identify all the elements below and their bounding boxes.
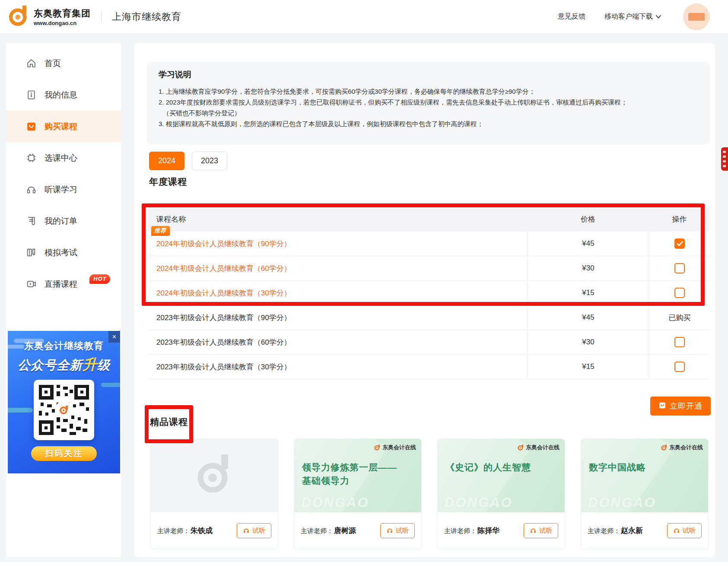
teacher-name: 朱铁成: [191, 527, 213, 535]
sidebar-item-my-orders[interactable]: 我的订单: [6, 205, 121, 237]
qr-code: [34, 380, 94, 440]
course-center-icon: [25, 152, 37, 164]
brand-logo[interactable]: 东奥教育集团 www.dongao.cn: [7, 4, 91, 29]
course-checkbox[interactable]: [674, 337, 685, 347]
table-row: 2023年初级会计人员继续教育（90学分） ¥45 已购买: [148, 305, 710, 330]
avatar[interactable]: [683, 3, 710, 30]
orders-icon: [25, 216, 37, 227]
sidebar-item-live-courses[interactable]: 直播课程 HOT: [6, 268, 121, 300]
mock-exam-icon: [25, 247, 37, 258]
course-card-cover: 东奥会计在线 数字中国战略 DONGAO: [581, 439, 708, 512]
main-panel: 学习说明 1. 上海继续教育应学90学分，若您符合学分抵免要求，可按需购买60学…: [134, 43, 715, 557]
floating-activity-widget[interactable]: [721, 147, 728, 171]
page: 东奥教育集团 www.dongao.cn 上海市继续教育 意见反馈 移动客户端下…: [0, 0, 728, 562]
course-card[interactable]: 东奥会计在线 《史记》的人生智慧 DONGAO 主讲老师：陈择华 试听: [437, 438, 565, 549]
sidebar-item-my-info[interactable]: 我的信息: [6, 79, 121, 111]
course-table: 课程名称 价格 操作 推荐 2024年初级会计人员继续教育（90学分） ¥45 …: [148, 206, 710, 379]
course-name-link[interactable]: 2023年初级会计人员继续教育（90学分）: [148, 305, 527, 330]
audition-button[interactable]: 试听: [667, 523, 702, 538]
sidebar-item-label: 购买课程: [45, 121, 77, 132]
course-name-link[interactable]: 2024年初级会计人员继续教育（90学分）: [148, 232, 527, 256]
course-name-link[interactable]: 2024年初级会计人员继续教育（60学分）: [148, 256, 527, 280]
audition-button[interactable]: 试听: [237, 523, 271, 538]
teacher-line: 主讲老师：唐树源: [301, 526, 356, 536]
course-card[interactable]: 主讲老师：朱铁成 试听: [150, 438, 278, 549]
top-bar: 东奥教育集团 www.dongao.cn 上海市继续教育 意见反馈 移动客户端下…: [0, 0, 728, 34]
course-checkbox[interactable]: [674, 263, 685, 273]
course-price: ¥15: [527, 281, 649, 305]
shopping-bag-icon: [25, 121, 37, 132]
sidebar-item-label: 选课中心: [45, 152, 77, 164]
notice-line-3: 3. 根据课程就高不就低原则，您所选的课程已包含了本层级及以上课程，例如初级课程…: [159, 118, 698, 129]
course-checkbox[interactable]: [674, 362, 685, 372]
tab-2024[interactable]: 2024: [149, 152, 184, 170]
activate-now-button[interactable]: 立即开通: [650, 397, 711, 416]
course-card-title: 数字中国战略: [589, 460, 646, 474]
cloud-decoration: [8, 345, 24, 349]
teacher-line: 主讲老师：朱铁成: [157, 526, 213, 536]
course-card[interactable]: 东奥会计在线 领导力修炼第一层——基础领导力 DONGAO 主讲老师：唐树源 试…: [294, 438, 422, 549]
table-header: 课程名称 价格 操作: [148, 206, 710, 232]
course-name-link[interactable]: 2023年初级会计人员继续教育（30学分）: [148, 355, 527, 379]
mobile-download-menu[interactable]: 移动客户端下载: [604, 12, 661, 21]
course-price: ¥15: [527, 355, 649, 379]
sidebar-item-course-center[interactable]: 选课中心: [6, 142, 121, 174]
mobile-download-label: 移动客户端下载: [604, 12, 653, 21]
bag-icon: [658, 401, 666, 411]
ad-subtitle: 公众号全新升级: [8, 355, 120, 375]
profile-doc-icon: [25, 89, 37, 101]
purchased-label: 已购买: [649, 305, 710, 330]
course-name-link[interactable]: 2024年初级会计人员继续教育（30学分）: [148, 281, 527, 305]
sidebar-item-label: 直播课程: [45, 279, 77, 290]
course-card-info: 主讲老师：赵永新 试听: [581, 512, 708, 549]
sidebar-item-label: 首页: [45, 58, 61, 69]
teacher-name: 赵永新: [621, 527, 643, 535]
home-icon: [25, 58, 37, 69]
sidebar-item-home[interactable]: 首页: [6, 48, 121, 79]
cloud-decoration: [101, 383, 120, 387]
course-card[interactable]: 东奥会计在线 数字中国战略 DONGAO 主讲老师：赵永新 试听: [581, 438, 709, 549]
audition-button[interactable]: 试听: [380, 523, 415, 538]
avatar-placeholder: [688, 13, 705, 21]
audition-button[interactable]: 试听: [524, 523, 558, 538]
qr-ad-banner[interactable]: × 东奥会计继续教育 公众号全新升级: [8, 331, 120, 473]
feedback-link[interactable]: 意见反馈: [558, 12, 585, 21]
live-video-icon: [25, 279, 37, 290]
notice-line-1: 1. 上海继续教育应学90学分，若您符合学分抵免要求，可按需购买60学分或30学…: [159, 86, 698, 97]
table-row: 推荐 2024年初级会计人员继续教育（90学分） ¥45: [148, 232, 710, 256]
watermark: DONGAO: [301, 495, 369, 511]
chevron-down-icon: [655, 13, 661, 21]
teacher-name: 唐树源: [334, 527, 356, 535]
premium-courses-title: 精品课程: [150, 416, 188, 428]
course-card-title: 《史记》的人生智慧: [445, 460, 531, 474]
notice-title: 学习说明: [159, 69, 698, 80]
tab-2023[interactable]: 2023: [192, 152, 227, 170]
notice-line-2: 2. 2023年度按财政部要求需按人员级别选课学习，若您已取得职称证书，但购买不…: [159, 97, 698, 108]
scan-follow-button[interactable]: 扫码关注: [31, 446, 97, 461]
sidebar-item-buy-courses[interactable]: 购买课程: [6, 111, 121, 142]
notice-line-2b: （买错也不影响学分登记）: [159, 108, 698, 118]
course-price: ¥45: [527, 232, 649, 256]
course-checkbox[interactable]: [674, 238, 685, 249]
recommend-badge: 推荐: [151, 226, 170, 236]
sidebar-item-listen-learn[interactable]: 听课学习: [6, 174, 121, 205]
course-checkbox[interactable]: [674, 288, 685, 298]
sidebar-item-label: 我的信息: [45, 89, 77, 101]
annual-courses-title: 年度课程: [149, 176, 187, 188]
course-price: ¥30: [527, 330, 649, 354]
table-row: 2023年初级会计人员继续教育（30学分） ¥15: [148, 355, 710, 379]
course-name-link[interactable]: 2023年初级会计人员继续教育（60学分）: [148, 330, 527, 354]
close-icon[interactable]: ×: [108, 331, 120, 343]
teacher-name: 陈择华: [477, 527, 499, 535]
course-price: ¥30: [527, 256, 649, 280]
table-row: 2024年初级会计人员继续教育（30学分） ¥15: [148, 281, 710, 305]
dongao-online-logo: 东奥会计在线: [661, 444, 703, 451]
brand-name: 东奥教育集团: [34, 7, 91, 19]
premium-cards: 主讲老师：朱铁成 试听 东奥会计在线 领导力修炼第一层——基础领导力 DONGA…: [150, 438, 709, 549]
sidebar-item-mock-exam[interactable]: 模拟考试: [6, 237, 121, 268]
course-price: ¥45: [527, 305, 649, 330]
dongao-online-logo: 东奥会计在线: [517, 444, 560, 451]
dongao-online-logo: 东奥会计在线: [374, 444, 416, 451]
hot-badge: HOT: [89, 274, 110, 284]
course-card-title: 领导力修炼第一层——基础领导力: [302, 460, 397, 487]
